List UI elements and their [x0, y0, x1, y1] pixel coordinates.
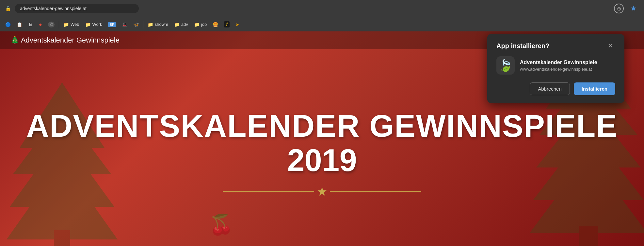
bookmark-burger-icon: 🍔 [213, 22, 218, 27]
bookmark-adv-label: adv [181, 22, 188, 27]
bookmark-folder-work[interactable]: 📁 Work [83, 21, 105, 28]
bookmark-showm-label: showm [155, 22, 168, 27]
dialog-app-info: 🍃 Adventskalender Gewinnspiele www.adven… [496, 56, 615, 75]
bookmark-sf-icon: SF [108, 22, 116, 27]
site-title: 🎄 Adventskalender Gewinnspiele [10, 36, 120, 44]
bookmark-folder-showm[interactable]: 📁 showm [145, 21, 171, 28]
browser-frame: 🔒 ⊕ ★ 🔵 📋 🖥 ● © 📁 Web 📁 Work [0, 0, 644, 246]
address-bar-actions: ⊕ ★ [614, 3, 639, 14]
folder-work-icon: 📁 [85, 22, 91, 27]
bookmark-folder-web[interactable]: 📁 Web [61, 21, 82, 28]
bookmark-icon-0: 🔵 [5, 22, 11, 27]
star-bookmark-button[interactable]: ★ [628, 3, 639, 14]
dialog-title: App installieren? [496, 42, 549, 50]
bookmark-icon-3: ● [39, 22, 42, 27]
separator-1 [59, 21, 59, 28]
bookmark-folder-job[interactable]: 📁 job [191, 21, 209, 28]
hero-divider: ★ [223, 185, 421, 199]
app-details: Adventskalender Gewinnspiele www.advents… [520, 60, 597, 72]
divider-line-left [223, 191, 314, 192]
content-area: 🍒 🎄 Adventskalender Gewinnspiele ADVENTS… [0, 31, 644, 246]
bookmark-web-label: Web [71, 22, 79, 27]
app-url: www.adventskalender-gewinnspiele.at [520, 67, 597, 72]
app-icon: 🍃 [496, 56, 515, 75]
bookmark-f-icon: f [224, 21, 230, 27]
hero-title-line1: ADVENTSKALENDER GEWINNSPIELE [26, 110, 618, 143]
install-dialog: App installieren? ✕ 🍃 Adventskalender Ge… [487, 34, 624, 103]
app-name: Adventskalender Gewinnspiele [520, 60, 597, 65]
dialog-close-button[interactable]: ✕ [606, 42, 615, 50]
divider-line-right [330, 191, 421, 192]
separator-2 [143, 21, 143, 28]
folder-adv-icon: 📁 [174, 22, 180, 27]
bookmark-item-0[interactable]: 🔵 [3, 21, 13, 28]
bookmark-icon-1: 📋 [17, 22, 22, 27]
address-input[interactable] [15, 4, 139, 13]
hero-title-year: 2019 [287, 142, 357, 178]
install-button[interactable]: Installieren [574, 82, 615, 95]
bookmark-work-label: Work [92, 22, 102, 27]
bookmark-job-label: job [201, 22, 207, 27]
folder-job-icon: 📁 [194, 22, 200, 27]
bookmark-item-hat[interactable]: 🎩 [119, 21, 130, 28]
bookmark-arrow-icon: ➤ [235, 22, 239, 27]
bookmark-icon-4: © [48, 22, 55, 27]
dialog-header: App installieren? ✕ [496, 42, 615, 50]
folder-showm-icon: 📁 [148, 22, 153, 27]
bookmark-item-4[interactable]: © [45, 20, 57, 29]
bookmark-item-burger[interactable]: 🍔 [210, 21, 221, 28]
folder-web-icon: 📁 [63, 22, 69, 27]
divider-star-icon: ★ [317, 185, 327, 199]
bookmark-folder-adv[interactable]: 📁 adv [171, 21, 191, 28]
bookmark-item-1[interactable]: 📋 [14, 21, 25, 28]
bookmark-item-sf[interactable]: SF [105, 21, 119, 28]
bookmark-item-2[interactable]: 🖥 [25, 20, 36, 28]
bookmark-item-f[interactable]: f [221, 20, 232, 29]
address-bar: 🔒 ⊕ ★ [0, 0, 644, 17]
lock-icon: 🔒 [5, 6, 11, 11]
bookmark-item-butterfly[interactable]: 🦋 [131, 21, 141, 28]
cancel-button[interactable]: Abbrechen [530, 82, 570, 95]
bookmark-butterfly-icon: 🦋 [133, 22, 139, 27]
dialog-actions: Abbrechen Installieren [496, 82, 615, 95]
bookmark-item-3[interactable]: ● [36, 20, 45, 29]
add-tab-button[interactable]: ⊕ [614, 4, 624, 13]
bookmark-hat-icon: 🎩 [122, 22, 127, 27]
bookmark-item-arrow[interactable]: ➤ [233, 21, 242, 28]
bookmarks-bar: 🔵 📋 🖥 ● © 📁 Web 📁 Work SF 🎩 🦋 [0, 17, 644, 31]
bookmark-icon-2: 🖥 [28, 22, 33, 27]
site-title-text: 🎄 Adventskalender Gewinnspiele [10, 36, 120, 44]
